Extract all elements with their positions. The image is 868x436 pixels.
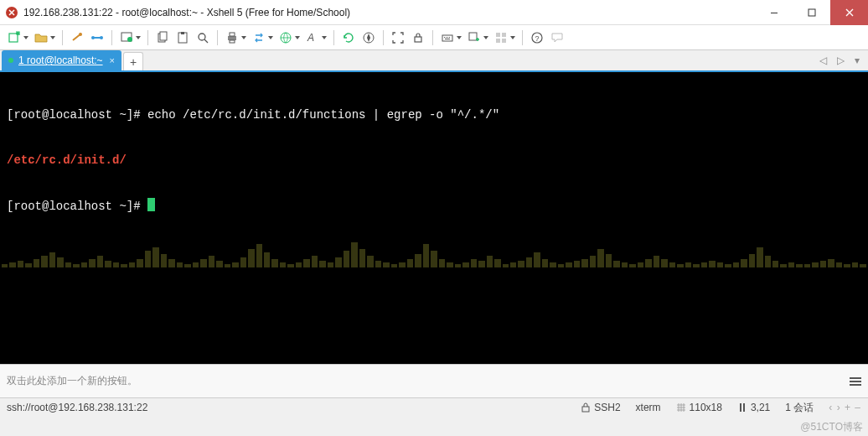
svg-rect-24 (444, 37, 445, 38)
svg-rect-3 (9, 34, 18, 42)
terminal-line-match: /etc/rc.d/init.d/ (7, 153, 861, 168)
tab-label: 1 root@localhost:~ (18, 54, 103, 66)
svg-rect-31 (502, 33, 506, 37)
svg-rect-36 (582, 407, 589, 412)
open-session-button[interactable] (32, 29, 57, 47)
toolbar-separator (217, 30, 218, 45)
svg-rect-25 (446, 37, 447, 38)
keyboard-button[interactable] (438, 29, 463, 47)
terminal-line: [root@localhost ~]# echo /etc/rc.d/init.… (7, 107, 861, 122)
transfer-button[interactable] (250, 29, 275, 47)
status-ssh-target: ssh://root@192.168.238.131:22 (7, 402, 147, 413)
status-geometry: 110x18 (676, 402, 722, 413)
svg-rect-23 (442, 35, 452, 41)
app-icon (5, 6, 18, 19)
cursor-icon (147, 198, 155, 211)
reconnect-button[interactable] (68, 29, 86, 47)
tab-prev-button[interactable]: ◁ (816, 53, 830, 68)
chat-button[interactable] (548, 29, 566, 47)
paste-button[interactable] (173, 29, 192, 47)
toolbar-separator (383, 30, 384, 45)
window-close-button[interactable] (830, 0, 868, 25)
window-minimize-button[interactable] (755, 0, 793, 25)
terminal-view[interactable]: [root@localhost ~]# echo /etc/rc.d/init.… (0, 72, 868, 364)
svg-rect-1 (771, 13, 778, 13)
new-tab-button[interactable]: + (123, 52, 143, 70)
svg-text:?: ? (535, 34, 540, 42)
refresh-button[interactable] (339, 29, 358, 47)
watermark: @51CTO博客 (800, 420, 863, 434)
audio-visualizer (0, 234, 868, 267)
fullscreen-button[interactable] (389, 29, 407, 47)
lock-button[interactable] (409, 29, 427, 47)
toolbar-separator (147, 30, 148, 45)
new-session-button[interactable] (5, 29, 30, 47)
svg-rect-28 (445, 39, 450, 39)
session-tab-active[interactable]: 1 root@localhost:~ × (2, 50, 121, 70)
svg-rect-16 (228, 36, 236, 40)
svg-point-4 (16, 32, 19, 35)
svg-rect-22 (415, 37, 421, 42)
status-term-type: xterm (636, 402, 661, 413)
properties-button[interactable] (117, 29, 142, 47)
lock-icon (581, 402, 591, 413)
svg-point-7 (91, 36, 95, 39)
compass-button[interactable] (359, 29, 378, 47)
svg-rect-33 (502, 39, 506, 43)
quick-button-panel[interactable]: 双击此处添加一个新的按钮。 (0, 364, 868, 397)
disconnect-button[interactable] (88, 29, 106, 47)
svg-rect-2 (809, 9, 815, 16)
svg-rect-38 (743, 403, 745, 412)
tab-list-button[interactable]: ▾ (851, 53, 863, 68)
terminal-prompt-line: [root@localhost ~]# (7, 198, 861, 214)
tab-close-button[interactable]: × (108, 55, 116, 65)
tab-next-button[interactable]: ▷ (834, 53, 848, 68)
svg-point-15 (199, 34, 205, 40)
add-button[interactable] (465, 29, 490, 47)
status-session-count: 1 会话 (785, 401, 814, 415)
toolbar-separator (432, 30, 433, 45)
globe-button[interactable] (276, 29, 302, 47)
svg-rect-32 (496, 39, 500, 43)
layout-button[interactable] (492, 29, 517, 47)
svg-rect-18 (230, 40, 235, 43)
svg-point-8 (100, 36, 103, 39)
grid-icon (676, 402, 686, 413)
quick-button-hint: 双击此处添加一个新的按钮。 (7, 374, 137, 388)
help-button[interactable]: ? (528, 29, 546, 47)
panel-menu-button[interactable] (850, 377, 861, 386)
status-protocol: SSH2 (581, 402, 620, 413)
svg-rect-12 (160, 32, 167, 40)
session-tab-bar: 1 root@localhost:~ × + ◁ ▷ ▾ (0, 50, 868, 72)
main-toolbar: A ? (0, 25, 868, 50)
toolbar-separator (62, 30, 63, 45)
svg-rect-30 (496, 33, 500, 37)
print-button[interactable] (223, 29, 248, 47)
toolbar-separator (522, 30, 523, 45)
status-arrows: ‹ › + – (829, 402, 861, 413)
toolbar-separator (111, 30, 112, 45)
window-titlebar: 192.168.238.131:22 - root@localhost:~ - … (0, 0, 868, 25)
connected-indicator-icon (8, 58, 13, 63)
copy-button[interactable] (153, 29, 172, 47)
svg-rect-17 (230, 33, 235, 36)
svg-rect-26 (447, 37, 448, 38)
svg-rect-37 (740, 403, 741, 412)
window-title: 192.168.238.131:22 - root@localhost:~ - … (23, 7, 350, 18)
svg-rect-14 (181, 32, 184, 34)
font-button[interactable]: A (303, 29, 328, 47)
find-button[interactable] (194, 29, 212, 47)
svg-rect-27 (449, 37, 450, 38)
toolbar-separator (333, 30, 334, 45)
window-maximize-button[interactable] (793, 0, 830, 25)
svg-text:A: A (307, 32, 314, 44)
svg-rect-29 (469, 33, 477, 40)
svg-point-5 (79, 33, 82, 36)
svg-point-10 (127, 37, 132, 42)
cursor-pos-icon (737, 402, 747, 413)
status-bar: ssh://root@192.168.238.131:22 SSH2 xterm… (0, 397, 868, 416)
status-cursor: 3,21 (737, 402, 770, 413)
